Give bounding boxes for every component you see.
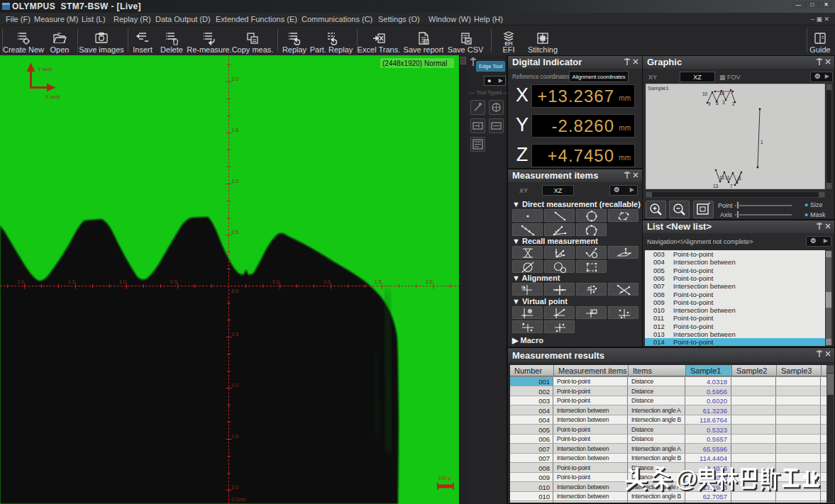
svg-text:01: 01	[521, 285, 526, 289]
svg-text:Y axis: Y axis	[38, 66, 52, 72]
svg-text:0.5: 0.5	[232, 332, 239, 337]
svg-text:0.1mm: 0.1mm	[231, 497, 245, 502]
svg-text:3: 3	[722, 100, 725, 105]
svg-text:2.0: 2.0	[232, 77, 239, 82]
svg-text:0.5: 0.5	[170, 279, 177, 284]
svg-text:(2448x1920) Normal: (2448x1920) Normal	[382, 60, 447, 67]
svg-text:100 µ: 100 µ	[438, 476, 451, 481]
svg-text:11: 11	[725, 175, 730, 180]
svg-text:7: 7	[730, 184, 733, 189]
svg-text:2: 2	[732, 101, 735, 106]
svg-text:1.0: 1.0	[232, 179, 239, 184]
svg-text:0.5: 0.5	[272, 279, 280, 284]
svg-text:1.0: 1.0	[324, 279, 331, 284]
svg-text:8: 8	[716, 101, 719, 106]
svg-text:1.0: 1.0	[232, 383, 239, 388]
svg-text:1.5: 1.5	[68, 279, 75, 284]
svg-text:a: a	[522, 322, 524, 326]
svg-text:1.5: 1.5	[232, 434, 239, 439]
svg-text:1.5: 1.5	[232, 128, 239, 133]
svg-text:1.0: 1.0	[119, 279, 126, 284]
svg-text:2.0: 2.0	[232, 485, 239, 490]
svg-text:0.0: 0.0	[232, 289, 239, 293]
svg-text:9: 9	[708, 101, 711, 106]
svg-text:@: @	[675, 466, 697, 492]
svg-text:14: 14	[719, 91, 725, 96]
svg-text:Sample1: Sample1	[648, 85, 669, 91]
svg-text:1.5: 1.5	[375, 279, 382, 284]
svg-text:13: 13	[713, 184, 719, 189]
svg-text:10: 10	[702, 91, 708, 96]
svg-text:2.0: 2.0	[17, 279, 24, 284]
svg-text:12: 12	[719, 175, 725, 180]
svg-text:X axis: X axis	[45, 94, 60, 100]
svg-text:1: 1	[761, 140, 763, 145]
svg-text:0.5: 0.5	[232, 230, 239, 235]
svg-text:6: 6	[739, 176, 741, 181]
svg-text:2.0: 2.0	[426, 279, 433, 284]
